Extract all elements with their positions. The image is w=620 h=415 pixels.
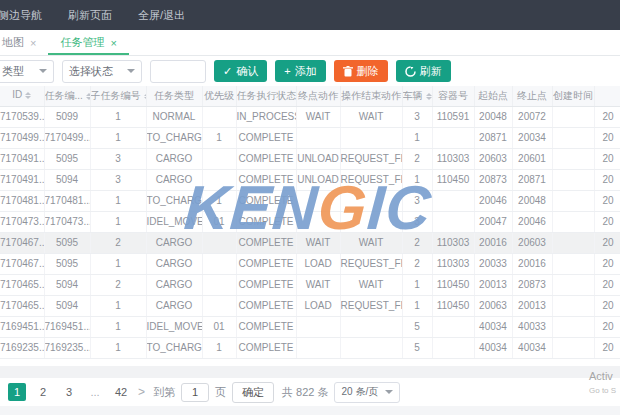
column-header-9[interactable]: 容器号 <box>432 86 474 106</box>
column-header-11[interactable]: 终止点 <box>512 86 552 106</box>
table-row[interactable]: 7170465...50942CARGOCOMPLETEWAITWAIT1110… <box>0 274 620 295</box>
cell: 20013 <box>474 274 512 295</box>
cell: 2 <box>402 148 432 169</box>
cell: 2 <box>402 253 432 274</box>
cell: COMPLETE <box>236 316 296 337</box>
tab-bar: 地图×任务管理× <box>0 30 620 56</box>
keyword-input[interactable] <box>150 60 206 83</box>
tab-1[interactable]: 任务管理× <box>48 30 128 55</box>
column-header-label: 创建时间 <box>553 90 593 101</box>
cell: 5099 <box>44 106 90 127</box>
table-row[interactable]: 7170491...50943CARGOCOMPLETEUNLOADREQUES… <box>0 169 620 190</box>
cell: 5 <box>402 316 432 337</box>
cell: WAIT <box>296 274 340 295</box>
delete-button[interactable]: 删除 <box>334 60 388 82</box>
cell <box>552 127 594 148</box>
page-button-2[interactable]: 2 <box>34 383 52 401</box>
column-header-1[interactable]: 任务编... <box>44 86 90 106</box>
cell: 7169235... <box>44 337 90 358</box>
refresh-button[interactable]: 刷新 <box>396 60 451 82</box>
cell: 7170481... <box>44 190 90 211</box>
page-size-select[interactable]: 20 条/页 <box>334 382 400 403</box>
table-row[interactable]: 7170467...50952CARGOCOMPLETEWAITWAIT2110… <box>0 232 620 253</box>
column-header-2[interactable]: 子任务编号 <box>90 86 146 106</box>
cell: 110450 <box>432 295 474 316</box>
close-icon[interactable]: × <box>110 37 116 49</box>
cell: 20016 <box>474 232 512 253</box>
cell: 2 <box>90 232 146 253</box>
table-row[interactable]: 7170465...50941CARGOCOMPLETELOADREQUEST_… <box>0 295 620 316</box>
next-page-button[interactable]: > <box>138 385 145 399</box>
chevron-down-icon <box>127 69 135 77</box>
table-row[interactable]: 7170539...50991NORMALIN_PROCESSWAITWAIT3… <box>0 106 620 127</box>
sort-caret-icon[interactable] <box>86 90 90 103</box>
refresh-button-label: 刷新 <box>420 64 442 79</box>
table-row[interactable]: 7169451...7169451...1IDEL_MOVE01COMPLETE… <box>0 316 620 337</box>
page-button-42[interactable]: 42 <box>112 383 130 401</box>
tab-0[interactable]: 地图× <box>0 30 48 55</box>
cell: COMPLETE <box>236 127 296 148</box>
column-header-12[interactable]: 创建时间 <box>552 86 594 106</box>
column-header-5[interactable]: 任务执行状态 <box>236 86 296 106</box>
column-header-3[interactable]: 任务类型 <box>146 86 202 106</box>
cell: 01 <box>202 211 236 232</box>
add-button[interactable]: + 添加 <box>275 60 325 82</box>
table-row[interactable]: 7170473...7170473...1IDEL_MOVE01COMPLETE… <box>0 211 620 232</box>
cell <box>432 127 474 148</box>
column-header-4[interactable]: 优先级 <box>202 86 236 106</box>
confirm-button[interactable]: ✓ 确认 <box>214 60 267 82</box>
table-row[interactable]: 7170491...50953CARGOCOMPLETEUNLOADREQUES… <box>0 148 620 169</box>
cell: CARGO <box>146 232 202 253</box>
cell <box>552 169 594 190</box>
sort-caret-icon[interactable] <box>426 90 432 103</box>
topbar-item-fullscreen-exit[interactable]: 全屏/退出 <box>138 8 185 23</box>
column-header-0[interactable]: ID <box>0 86 44 106</box>
cell: LOAD <box>296 253 340 274</box>
cell <box>432 211 474 232</box>
column-header-13[interactable] <box>594 86 620 106</box>
goto-page-input[interactable] <box>181 383 209 402</box>
column-header-7[interactable]: 操作结束动作 <box>340 86 402 106</box>
page-button-1[interactable]: 1 <box>8 383 26 401</box>
cell: 7170491... <box>0 148 44 169</box>
cell: 20603 <box>512 232 552 253</box>
status-select-value: 选择状态 <box>69 64 113 79</box>
column-header-6[interactable]: 终点动作 <box>296 86 340 106</box>
cell: CARGO <box>146 274 202 295</box>
status-select[interactable]: 选择状态 <box>62 60 142 83</box>
type-select[interactable]: 类型 <box>0 60 54 83</box>
cell <box>202 274 236 295</box>
goto-confirm-button[interactable]: 确定 <box>232 382 274 403</box>
cell: IN_PROCESS <box>236 106 296 127</box>
cell: 20 <box>594 169 620 190</box>
cell: 20047 <box>474 211 512 232</box>
table-row[interactable]: 7169235...7169235...1TO_CHARGE1COMPLETE5… <box>0 337 620 358</box>
cell: 20 <box>594 274 620 295</box>
table-row[interactable]: 7170499...7170499...1TO_CHARGE1COMPLETE1… <box>0 127 620 148</box>
topbar-item-sidebar-toggle[interactable]: 换侧边导航 <box>0 8 42 23</box>
cell <box>340 190 402 211</box>
cell: 1 <box>90 190 146 211</box>
tab-label: 地图 <box>2 35 24 50</box>
column-header-label: 容器号 <box>438 90 468 101</box>
cell: 20063 <box>474 295 512 316</box>
page-ellipsis: ... <box>86 383 104 401</box>
cell: 20048 <box>474 106 512 127</box>
cell <box>202 106 236 127</box>
column-header-8[interactable]: 车辆 <box>402 86 432 106</box>
cell: 5094 <box>44 274 90 295</box>
sort-caret-icon[interactable] <box>25 89 31 102</box>
table-row[interactable]: 7170467...50951CARGOCOMPLETELOADREQUEST_… <box>0 253 620 274</box>
cell: 20873 <box>474 169 512 190</box>
cell: 1 <box>90 211 146 232</box>
table-row[interactable]: 7170481...7170481...1TO_CHARGE1COMPLETE3… <box>0 190 620 211</box>
page-button-3[interactable]: 3 <box>60 383 78 401</box>
topbar-item-refresh-page[interactable]: 刷新页面 <box>68 8 112 23</box>
cell: 20 <box>594 106 620 127</box>
sort-desc-icon <box>426 97 432 103</box>
column-header-10[interactable]: 起始点 <box>474 86 512 106</box>
cell: 20 <box>594 232 620 253</box>
cell <box>552 211 594 232</box>
close-icon[interactable]: × <box>30 37 36 49</box>
cell: 40034 <box>512 337 552 358</box>
